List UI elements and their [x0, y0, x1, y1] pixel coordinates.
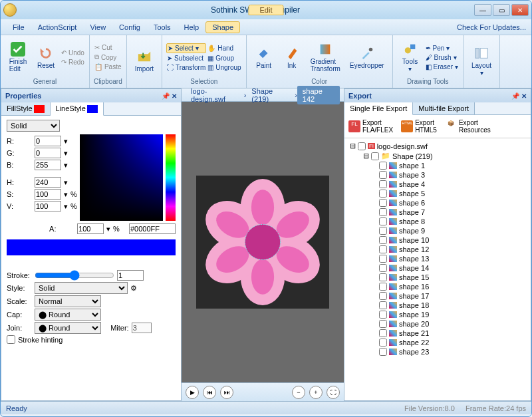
- menu-view[interactable]: View: [83, 21, 112, 33]
- alpha-input[interactable]: [77, 223, 104, 234]
- close-button[interactable]: ✕: [511, 4, 529, 16]
- brush-button[interactable]: 🖌Brush ▾: [425, 53, 459, 62]
- redo-button[interactable]: ↷Redo: [61, 58, 85, 67]
- import-button[interactable]: Import: [131, 48, 158, 74]
- ungroup-button[interactable]: ▥Ungroup: [207, 63, 241, 72]
- copy-button[interactable]: ⧉Copy: [94, 53, 122, 62]
- tools-button[interactable]: Tools ▾: [397, 41, 424, 74]
- next-button[interactable]: ⏭: [220, 386, 233, 399]
- b-input[interactable]: [35, 160, 61, 170]
- prev-button[interactable]: ⏮: [203, 386, 216, 399]
- s-input[interactable]: [35, 189, 61, 200]
- export-html5-button[interactable]: HTMLExport HTML5: [401, 119, 437, 134]
- join-select[interactable]: ⬤ Round: [35, 322, 101, 334]
- hand-button[interactable]: ✋Hand: [207, 43, 241, 53]
- tree-item[interactable]: shape 1: [347, 161, 528, 170]
- zoom-out-button[interactable]: −: [292, 386, 305, 399]
- tab-fillstyle[interactable]: FillStyle: [1, 102, 51, 115]
- export-fla-button[interactable]: FLExport FLA/FLEX: [348, 119, 393, 134]
- play-button[interactable]: ▶: [186, 386, 199, 399]
- fill-type-select[interactable]: Solid: [7, 120, 60, 132]
- tree-item[interactable]: shape 16: [347, 282, 528, 291]
- stroke-slider[interactable]: [35, 270, 114, 281]
- group-button[interactable]: ▦Group: [207, 54, 241, 63]
- menu-actionscript[interactable]: ActionScript: [31, 21, 84, 33]
- gear-icon[interactable]: ⚙: [130, 284, 137, 293]
- tree-item[interactable]: shape 17: [347, 291, 528, 301]
- pen-icon: ✒: [426, 45, 431, 52]
- tree-item[interactable]: shape 22: [347, 338, 528, 347]
- tab-linestyle[interactable]: LineStyle: [51, 102, 104, 116]
- tree-item[interactable]: shape 23: [347, 347, 528, 356]
- paint-button[interactable]: Paint: [251, 45, 277, 70]
- fit-button[interactable]: ⛶: [327, 386, 340, 399]
- hue-slider[interactable]: [166, 134, 176, 221]
- tree-item[interactable]: shape 10: [347, 235, 528, 245]
- tree-item[interactable]: shape 14: [347, 263, 528, 273]
- v-input[interactable]: [35, 201, 61, 211]
- tree-item[interactable]: shape 18: [347, 301, 528, 310]
- gradient-transform-button[interactable]: Gradient Transform: [307, 41, 344, 74]
- finish-edit-button[interactable]: Finish Edit: [5, 41, 31, 74]
- cut-button[interactable]: ✂Cut: [94, 43, 122, 52]
- hex-input[interactable]: [129, 223, 176, 234]
- transform-button[interactable]: ⛶Transform: [166, 63, 206, 72]
- select-button[interactable]: ➤Select ▾: [166, 43, 206, 53]
- check-updates-link[interactable]: Check For Updates...: [457, 23, 526, 31]
- export-tree[interactable]: ⊟ Fl logo-design.swf ⊟ 📁 Shape (219) sha…: [344, 138, 531, 400]
- tree-item[interactable]: shape 21: [347, 329, 528, 338]
- tab-multi-export[interactable]: Multi-file Export: [413, 102, 475, 114]
- eyedropper-button[interactable]: Eyedropper: [346, 45, 388, 70]
- tree-item[interactable]: shape 9: [347, 226, 528, 235]
- maximize-button[interactable]: ▭: [493, 4, 510, 16]
- paste-button[interactable]: 📋Paste: [94, 63, 122, 71]
- minimize-button[interactable]: —: [474, 4, 491, 16]
- menu-config[interactable]: Config: [112, 21, 147, 33]
- scale-select[interactable]: Normal: [35, 295, 101, 307]
- folder-icon: 📁: [381, 152, 390, 160]
- tree-item[interactable]: shape 5: [347, 189, 528, 198]
- tree-item[interactable]: shape 20: [347, 319, 528, 329]
- g-input[interactable]: [35, 148, 61, 158]
- tree-item[interactable]: shape 19: [347, 310, 528, 319]
- tree-folder[interactable]: ⊟ 📁 Shape (219): [347, 151, 528, 161]
- breadcrumb: logo-design.swf› Shape (219)› shape 142: [182, 88, 344, 102]
- tree-item[interactable]: shape 6: [347, 198, 528, 208]
- tree-item[interactable]: shape 12: [347, 245, 528, 254]
- pin-icon[interactable]: 📌 ✕: [162, 92, 177, 100]
- import-label: Import: [135, 65, 154, 72]
- undo-button[interactable]: ↶Undo: [61, 49, 85, 57]
- menu-help[interactable]: Help: [178, 21, 206, 33]
- ink-button[interactable]: Ink: [279, 45, 305, 70]
- eraser-button[interactable]: ◧Eraser ▾: [425, 63, 459, 71]
- gradient-icon: [318, 42, 332, 57]
- pen-button[interactable]: ✒Pen ▾: [425, 44, 459, 53]
- tree-item[interactable]: shape 15: [347, 273, 528, 282]
- r-input[interactable]: [35, 136, 61, 146]
- tree-item[interactable]: shape 13: [347, 254, 528, 263]
- layout-button[interactable]: Layout ▾: [467, 45, 495, 78]
- tab-single-export[interactable]: Single File Export: [344, 102, 413, 115]
- menu-file[interactable]: File: [6, 21, 31, 33]
- h-input[interactable]: [35, 177, 61, 188]
- cap-select[interactable]: ⬤ Round: [35, 309, 101, 321]
- stroke-input[interactable]: [117, 270, 144, 281]
- color-gradient[interactable]: [80, 134, 163, 221]
- stroke-hinting-checkbox[interactable]: [7, 335, 15, 344]
- tree-root[interactable]: ⊟ Fl logo-design.swf: [347, 141, 528, 151]
- status-framerate: Frame Rate:24 fps: [466, 404, 526, 412]
- fla-icon: FL: [348, 120, 360, 132]
- export-pin-icon[interactable]: 📌 ✕: [511, 92, 527, 100]
- tree-item[interactable]: shape 7: [347, 208, 528, 217]
- reset-button[interactable]: Reset: [33, 45, 59, 70]
- subselect-button[interactable]: ➤Subselect: [166, 54, 206, 63]
- tree-item[interactable]: shape 8: [347, 217, 528, 226]
- menu-tools[interactable]: Tools: [147, 21, 178, 33]
- zoom-in-button[interactable]: +: [309, 386, 323, 399]
- tree-item[interactable]: shape 3: [347, 170, 528, 180]
- stage[interactable]: [182, 102, 344, 382]
- menu-shape[interactable]: Shape: [205, 21, 240, 33]
- style-select[interactable]: Solid: [35, 282, 128, 294]
- tree-item[interactable]: shape 4: [347, 180, 528, 189]
- export-resources-button[interactable]: 📦Export Resources: [445, 119, 491, 134]
